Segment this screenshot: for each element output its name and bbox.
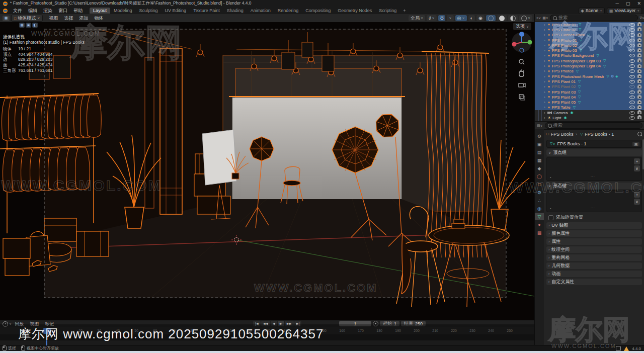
expand-icon[interactable]: › [544,28,547,32]
render-toggle-icon[interactable] [637,28,641,31]
current-frame-field[interactable]: 1 [339,321,371,326]
object-name[interactable]: FPS Plant 03 [552,90,576,95]
object-name[interactable]: FPS Photo Background [552,53,594,58]
vertex-group-specials-button[interactable]: ∨ [634,165,640,171]
transport-jump-start[interactable]: |◀ [253,321,261,326]
column[interactable] [145,48,182,214]
outliner-row[interactable]: ›▼FPS Photos▽ [535,69,644,74]
outliner-row[interactable]: ›▼FPS Chair 01▽ [535,22,644,27]
object-name[interactable]: FPS Plant 04 [552,95,576,100]
object-name[interactable]: FPS Photo 03 [552,48,577,53]
viewport-menu-选择[interactable]: 选择 [61,15,76,22]
rest-position-checkbox[interactable] [548,215,553,220]
camera-view-icon[interactable] [519,83,525,87]
frame-end-field[interactable]: 结束250 [401,321,426,326]
blender-menu-icon[interactable] [3,9,8,13]
render-toggle-icon[interactable] [637,75,641,78]
expand-icon[interactable]: › [544,23,547,27]
shape-keys-list[interactable]: ▪⋯ + ∨ [546,190,642,212]
render-toggle-icon[interactable] [637,49,641,52]
perspective-toggle-icon[interactable] [519,95,525,100]
render-toggle-icon[interactable] [637,23,641,26]
outliner-row[interactable]: ›▼FPS Plant 01▽ [535,79,644,84]
timeline-menu-视图[interactable]: 视图 [27,321,42,327]
scene-selector[interactable]: ◆ Scene + [579,8,605,14]
object-name[interactable]: FPS Plant 05 [552,100,576,105]
timeline-ruler[interactable]: 2030405060708090100110120130140150160170… [0,327,534,335]
transport-prev-key[interactable]: ◀◀ [261,321,270,326]
proportional-edit-icon[interactable]: ◎∨ [455,15,467,21]
breadcrumb-data[interactable]: FPS Books - 1 [585,132,614,137]
expand-icon[interactable]: › [544,43,547,48]
render-tab[interactable]: ▣ [535,140,544,148]
outliner-row[interactable]: ›▼FPS Plant 04▽ [535,95,644,100]
render-toggle-icon[interactable] [637,101,641,104]
viewlayer-selector[interactable]: ▦ ViewLayer + [607,8,642,14]
outliner-row[interactable]: ›☀Light◉ [535,115,644,120]
modifiers-tab[interactable]: ⚙ [535,189,544,196]
viewport-3d[interactable]: ▦▣◧ 选项∨ 摄像机透视 (1) Fashion photoshoot stu… [0,22,534,320]
expand-icon[interactable]: › [544,69,547,73]
editor-type-icon[interactable]: ▦ [3,16,10,21]
workspace-tab-UV Editing[interactable]: UV Editing [162,8,190,14]
gizmos-toggle-icon[interactable]: ◐ [468,15,475,21]
hide-toggle-icon[interactable] [629,49,635,52]
transport-jump-end[interactable]: ▶| [294,321,302,326]
render-toggle-icon[interactable] [637,54,641,57]
section-几何数据[interactable]: ›几何数据 [546,262,642,269]
hide-toggle-icon[interactable] [629,96,635,99]
properties-search[interactable]: 搜索 [545,122,642,129]
frame-start-field[interactable]: 起始1 [380,321,399,326]
vertex-groups-section[interactable]: ∨顶点组 [546,149,642,156]
data-name-field[interactable]: ▽∨ FPS Books - 1 ▣ [546,140,642,148]
menu-编辑[interactable]: 编辑 [25,8,40,14]
viewlayer-tab[interactable]: ▦ [535,156,544,164]
hide-toggle-icon[interactable] [629,69,635,73]
expand-icon[interactable]: › [544,53,547,58]
expand-icon[interactable]: › [544,100,547,105]
render-toggle-icon[interactable] [637,116,641,119]
pivot-dropdown[interactable]: ∂∨ [427,15,437,21]
zoom-icon[interactable] [519,59,524,64]
expand-icon[interactable]: › [544,64,547,68]
outliner-row[interactable]: ›▼FPS Chair 02▽ [535,27,644,32]
render-toggle-icon[interactable] [637,96,641,99]
workspace-tab-Texture Paint[interactable]: Texture Paint [190,8,223,14]
outliner-row[interactable]: ›▼FPS Clothes Rack▽ [535,33,644,38]
outliner-row[interactable]: ›▼FPS Photo 03▽ [535,48,644,53]
material-tab[interactable]: ● [535,221,544,228]
render-toggle-icon[interactable] [637,106,641,109]
outliner-display-mode-icon[interactable]: ≡∨ [536,16,541,20]
workspace-tab-Animation[interactable]: Animation [247,8,274,14]
add-vertex-group-button[interactable]: + [634,158,640,164]
outliner-row[interactable]: ›▼FPS Plant 02▽ [535,84,644,90]
expand-icon[interactable]: › [544,59,547,63]
new-viewlayer-icon[interactable]: + [637,9,639,13]
minimize-button[interactable]: ─ [616,1,619,6]
expand-icon[interactable]: › [544,74,547,79]
transport-play[interactable]: ▶ [278,321,284,326]
fake-user-button[interactable]: ▣ [632,142,639,146]
section-颜色属性[interactable]: ›颜色属性 [546,230,642,237]
close-button[interactable]: ✕ [637,1,641,6]
rest-position-row[interactable]: 添加静置位置 [548,214,642,221]
hide-toggle-icon[interactable] [629,101,635,104]
data-tab[interactable]: ▽ [535,213,544,220]
hide-toggle-icon[interactable] [629,33,635,37]
object-name[interactable]: FPS Photographer Light 03 [552,59,601,63]
workspace-tab-Scripting[interactable]: Scripting [375,8,400,14]
object-name[interactable]: FPS Photographer Light 04 [552,64,601,68]
object-name[interactable]: Camera [553,111,568,115]
object-name[interactable]: Light [552,116,561,120]
object-name[interactable]: FPS Photoshoot Room Mesh [552,74,604,79]
hide-toggle-icon[interactable] [629,44,635,47]
shape-key-specials-button[interactable]: ∨ [634,199,640,205]
timeline-menu-回放[interactable]: 回放 [12,321,27,327]
shading-material-icon[interactable] [508,15,518,21]
hide-toggle-icon[interactable] [629,106,635,109]
hide-toggle-icon[interactable] [629,54,635,57]
extensions-icon[interactable] [616,346,621,351]
hide-toggle-icon[interactable] [629,91,635,94]
tool-tab[interactable]: ⚙ [535,132,544,140]
render-toggle-icon[interactable] [637,59,641,62]
